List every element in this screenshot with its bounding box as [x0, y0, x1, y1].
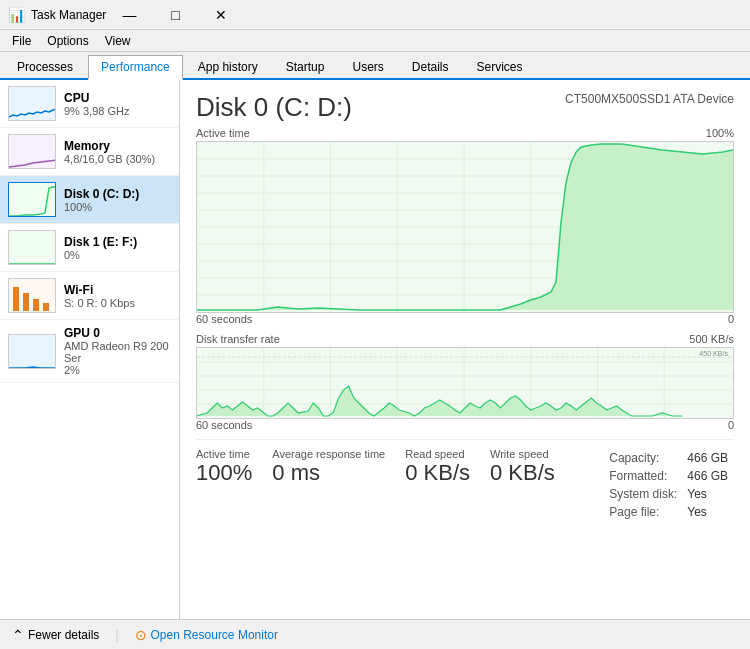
tab-details[interactable]: Details: [399, 55, 462, 78]
read-speed-stat: Read speed 0 KB/s: [405, 448, 470, 522]
transfer-label: Disk transfer rate: [196, 333, 280, 345]
gpu0-value: 2%: [64, 364, 171, 376]
disk1-label: Disk 1 (E: F:): [64, 235, 171, 249]
memory-value: 4,8/16,0 GB (30%): [64, 153, 171, 165]
menu-view[interactable]: View: [97, 32, 139, 50]
active-time-section: Active time 100%: [196, 127, 734, 325]
titlebar-title: Task Manager: [31, 8, 106, 22]
tab-processes[interactable]: Processes: [4, 55, 86, 78]
active-time-label-row: Active time 100%: [196, 127, 734, 139]
active-time-max: 100%: [706, 127, 734, 139]
sidebar-item-cpu[interactable]: CPU 9% 3,98 GHz: [0, 80, 179, 128]
gpu0-subvalue: AMD Radeon R9 200 Ser: [64, 340, 171, 364]
cpu-value: 9% 3,98 GHz: [64, 105, 171, 117]
chart-zero: 0: [728, 313, 734, 325]
svg-rect-5: [13, 287, 19, 311]
transfer-rate-section: Disk transfer rate 500 KB/s 450 KB/s: [196, 333, 734, 431]
disk0-info: Disk 0 (C: D:) 100%: [64, 187, 171, 213]
svg-rect-8: [43, 303, 49, 311]
formatted-value: 466 GB: [683, 468, 732, 484]
memory-info: Memory 4,8/16,0 GB (30%): [64, 139, 171, 165]
chart-seconds: 60 seconds: [196, 313, 252, 325]
pagefile-value: Yes: [683, 504, 732, 520]
menu-file[interactable]: File: [4, 32, 39, 50]
sidebar-item-wifi[interactable]: Wi-Fi S: 0 R: 0 Kbps: [0, 272, 179, 320]
response-time-stat: Average response time 0 ms: [272, 448, 385, 522]
memory-label: Memory: [64, 139, 171, 153]
response-stat-label: Average response time: [272, 448, 385, 460]
write-speed-stat: Write speed 0 KB/s: [490, 448, 555, 522]
disk0-value: 100%: [64, 201, 171, 213]
wifi-label: Wi-Fi: [64, 283, 171, 297]
disk1-thumbnail: [8, 230, 56, 265]
transfer-chart: 450 KB/s: [196, 347, 734, 419]
read-stat-value: 0 KB/s: [405, 460, 470, 486]
capacity-value: 466 GB: [683, 450, 732, 466]
footer-divider: |: [115, 628, 118, 642]
active-time-bottom-row: 60 seconds 0: [196, 313, 734, 325]
svg-rect-7: [33, 299, 39, 311]
cpu-info: CPU 9% 3,98 GHz: [64, 91, 171, 117]
minimize-button[interactable]: —: [106, 0, 152, 30]
sidebar-item-disk0[interactable]: Disk 0 (C: D:) 100%: [0, 176, 179, 224]
svg-rect-9: [9, 335, 56, 369]
svg-rect-3: [9, 231, 56, 265]
sidebar: CPU 9% 3,98 GHz Memory 4,8/16,0 GB (30%): [0, 80, 180, 619]
response-stat-value: 0 ms: [272, 460, 385, 486]
svg-rect-6: [23, 293, 29, 311]
tab-users[interactable]: Users: [339, 55, 396, 78]
titlebar: 📊 Task Manager — □ ✕: [0, 0, 750, 30]
disk-details-table: Capacity: 466 GB Formatted: 466 GB Syste…: [603, 448, 734, 522]
maximize-button[interactable]: □: [152, 0, 198, 30]
disk0-thumbnail: [8, 182, 56, 217]
disk1-info: Disk 1 (E: F:) 0%: [64, 235, 171, 261]
fewer-details-label: Fewer details: [28, 628, 99, 642]
gpu0-info: GPU 0 AMD Radeon R9 200 Ser 2%: [64, 326, 171, 376]
memory-thumbnail: [8, 134, 56, 169]
content-area: Disk 0 (C: D:) CT500MX500SSD1 ATA Device…: [180, 80, 750, 619]
gpu0-label: GPU 0: [64, 326, 171, 340]
disk-header: Disk 0 (C: D:) CT500MX500SSD1 ATA Device: [196, 92, 734, 123]
stats-bar: Active time 100% Average response time 0…: [196, 439, 734, 522]
tab-services[interactable]: Services: [464, 55, 536, 78]
disk-model: CT500MX500SSD1 ATA Device: [565, 92, 734, 106]
wifi-info: Wi-Fi S: 0 R: 0 Kbps: [64, 283, 171, 309]
close-button[interactable]: ✕: [198, 0, 244, 30]
tab-startup[interactable]: Startup: [273, 55, 338, 78]
active-time-stat-label: Active time: [196, 448, 252, 460]
system-disk-label: System disk:: [605, 486, 681, 502]
read-stat-label: Read speed: [405, 448, 470, 460]
pagefile-label: Page file:: [605, 504, 681, 520]
disk-specs-table: Capacity: 466 GB Formatted: 466 GB Syste…: [603, 448, 734, 522]
menu-options[interactable]: Options: [39, 32, 96, 50]
transfer-zero: 0: [728, 419, 734, 431]
titlebar-controls: — □ ✕: [106, 0, 244, 30]
tab-apphistory[interactable]: App history: [185, 55, 271, 78]
fewer-details-button[interactable]: ⌃ Fewer details: [12, 627, 99, 643]
resource-monitor-label: Open Resource Monitor: [151, 628, 278, 642]
active-time-label: Active time: [196, 127, 250, 139]
transfer-bottom-row: 60 seconds 0: [196, 419, 734, 431]
active-time-stat-value: 100%: [196, 460, 252, 486]
disk0-label: Disk 0 (C: D:): [64, 187, 171, 201]
chevron-up-icon: ⌃: [12, 627, 24, 643]
sidebar-item-memory[interactable]: Memory 4,8/16,0 GB (30%): [0, 128, 179, 176]
svg-rect-1: [9, 135, 56, 169]
tab-performance[interactable]: Performance: [88, 55, 183, 80]
formatted-label: Formatted:: [605, 468, 681, 484]
transfer-seconds: 60 seconds: [196, 419, 252, 431]
transfer-label-row: Disk transfer rate 500 KB/s: [196, 333, 734, 345]
tabbar: Processes Performance App history Startu…: [0, 52, 750, 80]
sidebar-item-disk1[interactable]: Disk 1 (E: F:) 0%: [0, 224, 179, 272]
sidebar-item-gpu0[interactable]: GPU 0 AMD Radeon R9 200 Ser 2%: [0, 320, 179, 383]
app-icon: 📊: [8, 7, 25, 23]
menubar: File Options View: [0, 30, 750, 52]
active-time-chart: [196, 141, 734, 313]
resource-monitor-icon: ⊙: [135, 627, 147, 643]
cpu-label: CPU: [64, 91, 171, 105]
wifi-thumbnail: [8, 278, 56, 313]
capacity-label: Capacity:: [605, 450, 681, 466]
active-time-stat: Active time 100%: [196, 448, 252, 522]
open-resource-monitor-link[interactable]: ⊙ Open Resource Monitor: [135, 627, 278, 643]
write-stat-label: Write speed: [490, 448, 555, 460]
